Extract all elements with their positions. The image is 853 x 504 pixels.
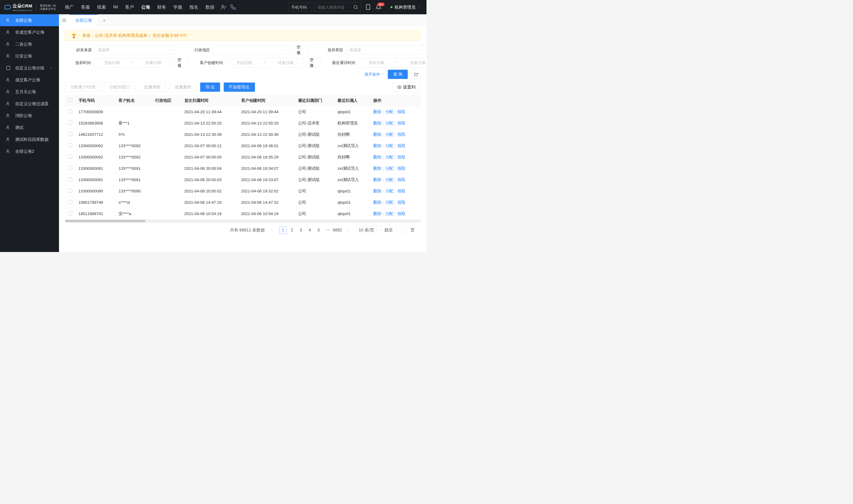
tab-add[interactable]: ＋ [98,17,110,24]
page-number[interactable]: 3 [297,227,305,234]
op-assign[interactable]: 分配 [385,144,394,148]
search-icon[interactable] [353,4,359,10]
column-header[interactable]: 最近归属部门 [295,95,335,106]
notification-icon[interactable]: 99+ [376,4,382,11]
page-jump-input[interactable] [396,226,407,234]
filter-select[interactable] [213,45,291,55]
page-size-select[interactable]: 10 条/页 [356,226,381,234]
op-assign[interactable]: 分配 [385,110,394,114]
expand-filters-link[interactable]: 展开条件 [365,72,384,77]
column-header[interactable]: 客户姓名 [115,95,152,106]
nav-item[interactable]: 公海 [141,4,150,11]
nav-item[interactable]: 推广 [65,4,74,11]
export-button[interactable]: 导 出 [200,83,220,92]
nav-item[interactable]: 线索 [97,4,106,11]
date-range-input[interactable]: 开始日期~结束日期 [358,58,426,67]
sidebar-item[interactable]: 非成交客户公海 [0,26,59,38]
select-all-checkbox[interactable] [68,98,72,102]
op-assign[interactable]: 分配 [385,166,394,171]
column-header[interactable]: 手机号码 [76,95,116,106]
op-claim[interactable]: 领取 [397,178,405,182]
column-header[interactable]: 首次归属时间 [181,95,238,106]
op-delete[interactable]: 删除 [373,144,381,148]
op-claim[interactable]: 领取 [397,212,405,216]
row-checkbox[interactable] [68,155,72,159]
column-header[interactable]: 行政地区 [152,95,181,106]
row-checkbox[interactable] [68,121,72,125]
bulk-action-button[interactable]: 批量领取 [139,83,166,92]
tab-list-toggle[interactable] [59,14,69,26]
logo[interactable]: 云朵CRM www.yunduocrm.com 教育机构一站 式服务云平台 [4,3,56,12]
op-delete[interactable]: 删除 [373,178,381,182]
row-checkbox[interactable] [68,177,72,181]
sidebar-item[interactable]: 全部公海 [0,14,59,26]
nav-item[interactable]: 客服 [81,4,90,11]
op-delete[interactable]: 删除 [373,110,381,114]
sidebar-item[interactable]: 成交客户公海 [0,74,59,86]
nav-item[interactable]: 财务 [157,4,166,11]
bulk-action-button[interactable]: 分配到部门 [104,83,135,92]
date-range-input[interactable]: 开始日期~结束日期 [226,58,304,67]
op-delete[interactable]: 删除 [373,189,381,193]
page-number[interactable]: 5 [315,227,323,234]
op-assign[interactable]: 分配 [385,212,394,216]
op-claim[interactable]: 领取 [397,166,405,171]
search-input[interactable] [314,5,353,10]
row-checkbox[interactable] [68,109,72,113]
add-user-icon[interactable] [220,4,226,10]
op-delete[interactable]: 删除 [373,200,381,205]
page-last[interactable]: 6882 [334,227,341,234]
op-claim[interactable]: 领取 [397,121,405,125]
nav-item[interactable]: 数据 [205,4,215,11]
filter-select[interactable]: 请选择 [346,45,426,55]
nav-item[interactable]: 客户 [125,4,134,11]
op-claim[interactable]: 领取 [397,110,405,114]
row-checkbox[interactable] [68,200,72,204]
filter-select[interactable]: 请选择 [95,45,175,55]
null-value-button[interactable]: 空值 [175,58,188,67]
sidebar-item[interactable]: 全部公海2 [0,145,59,157]
nav-item[interactable]: IM [113,4,118,11]
null-value-button[interactable]: 空值 [294,45,307,55]
sidebar-item[interactable]: 测试 [0,122,59,133]
op-assign[interactable]: 分配 [385,189,394,193]
sidebar-item[interactable]: 消防公海 [0,110,59,122]
row-checkbox[interactable] [68,211,72,215]
sidebar-item[interactable]: 自定义公海过滤器 [0,98,59,110]
phone-icon[interactable] [230,4,236,10]
sidebar-item[interactable]: 二咨公海 [0,38,59,50]
row-checkbox[interactable] [68,166,72,170]
nav-item[interactable]: 学服 [173,4,182,11]
op-assign[interactable]: 分配 [385,155,394,159]
refresh-button[interactable] [411,70,420,79]
sidebar-item[interactable]: 测试昨日回库数据 [0,133,59,145]
page-number[interactable]: 4 [306,227,314,234]
op-claim[interactable]: 领取 [397,155,405,159]
row-checkbox[interactable] [68,143,72,147]
user-menu[interactable]: 机构管理员 [391,4,420,10]
null-value-button[interactable]: 空值 [307,58,321,67]
op-assign[interactable]: 分配 [385,121,394,125]
op-claim[interactable]: 领取 [397,144,405,148]
export-button[interactable]: 不加密导出 [224,83,255,92]
page-number[interactable]: 2 [288,227,296,234]
column-settings-button[interactable]: 设置列 [392,83,420,92]
date-range-input[interactable]: 开始日期~结束日期 [94,58,171,67]
page-prev[interactable] [268,227,276,234]
column-header[interactable]: 客户创建时间 [238,95,295,106]
op-delete[interactable]: 删除 [373,155,381,159]
op-claim[interactable]: 领取 [397,132,405,137]
query-button[interactable]: 查 询 [388,70,408,79]
row-checkbox[interactable] [68,132,72,136]
tab-all-sea[interactable]: 全部公海 [69,14,98,26]
page-next[interactable] [345,227,352,234]
op-delete[interactable]: 删除 [373,132,381,137]
op-delete[interactable]: 删除 [373,121,381,125]
op-claim[interactable]: 领取 [397,189,405,193]
bulk-action-button[interactable]: 批量删除 [169,83,197,92]
page-number[interactable]: 1 [279,227,287,234]
sidebar-item[interactable]: 自定义公海分组 [0,62,59,74]
column-header[interactable]: 操作 [370,95,420,106]
op-delete[interactable]: 删除 [373,212,381,216]
sidebar-item[interactable]: 五月天公海 [0,86,59,98]
